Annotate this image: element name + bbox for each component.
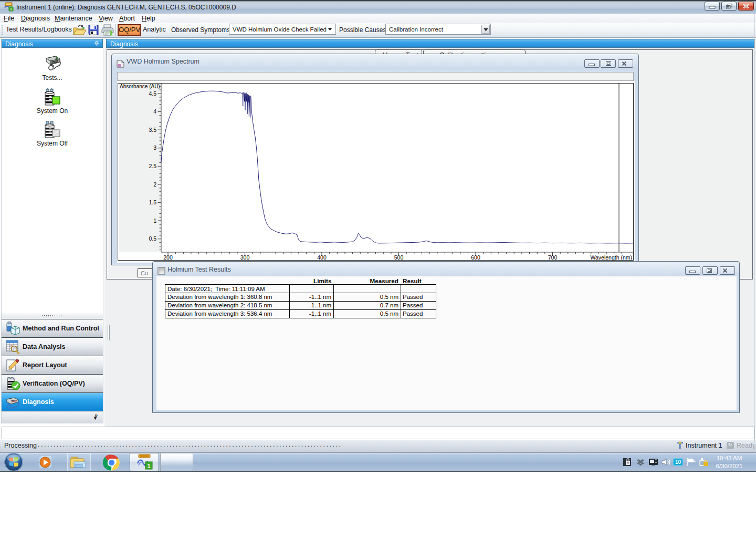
svg-text:3.5: 3.5 [149, 127, 156, 133]
svg-text:1: 1 [153, 218, 156, 224]
svg-text:i: i [10, 7, 12, 12]
svg-text:200: 200 [163, 254, 173, 261]
svg-text:700: 700 [548, 254, 558, 261]
svg-text:Absorbance (AU): Absorbance (AU) [120, 84, 160, 89]
svg-text:1.5: 1.5 [149, 199, 156, 205]
svg-text:500: 500 [394, 254, 404, 261]
svg-text:4.5: 4.5 [149, 90, 156, 97]
svg-text:2: 2 [153, 181, 156, 188]
svg-text:400: 400 [317, 254, 327, 261]
svg-text:1: 1 [147, 463, 150, 469]
svg-text:300: 300 [240, 254, 250, 261]
svg-text:4: 4 [153, 108, 156, 115]
svg-text:0.5: 0.5 [149, 235, 156, 242]
svg-text:600: 600 [471, 254, 480, 261]
svg-text:10: 10 [675, 459, 681, 465]
svg-text:3: 3 [153, 144, 156, 151]
svg-text:2.5: 2.5 [149, 163, 156, 169]
svg-text:Wavelength (nm): Wavelength (nm) [590, 254, 632, 261]
